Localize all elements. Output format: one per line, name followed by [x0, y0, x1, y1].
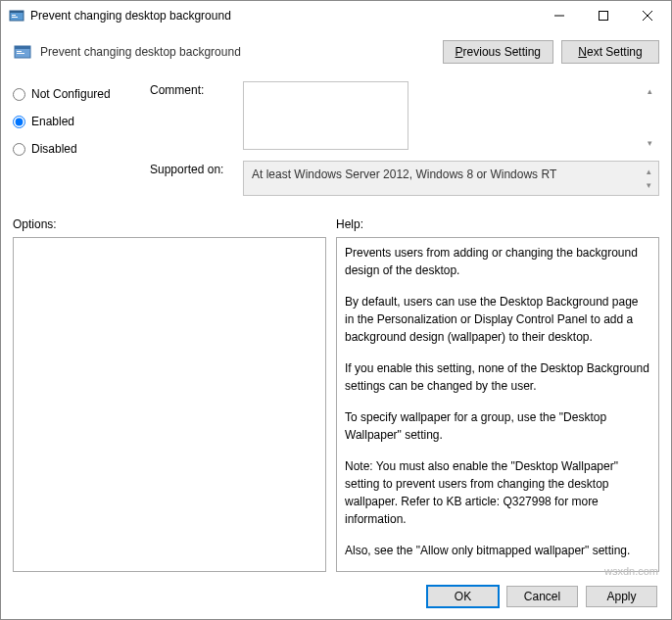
help-box[interactable]: Prevents users from adding or changing t… — [336, 237, 659, 572]
help-paragraph: By default, users can use the Desktop Ba… — [345, 293, 650, 346]
minimize-button[interactable] — [537, 2, 581, 30]
help-paragraph: If you enable this setting, none of the … — [345, 359, 650, 395]
help-paragraph: Note: You must also enable the "Desktop … — [345, 457, 650, 528]
help-paragraph: To specify wallpaper for a group, use th… — [345, 408, 650, 444]
policy-caption: Prevent changing desktop background — [40, 45, 435, 59]
policy-icon — [13, 42, 32, 62]
titlebar: Prevent changing desktop background — [1, 1, 671, 30]
previous-setting-button[interactable]: Previous Setting — [443, 40, 553, 64]
radio-not-configured-input[interactable] — [13, 88, 25, 101]
supported-scroll-down[interactable]: ▾ — [641, 177, 656, 193]
panels: Options: Help: Prevents users from addin… — [1, 208, 671, 576]
radio-enabled[interactable]: Enabled — [13, 115, 150, 128]
window-icon — [9, 8, 24, 24]
comment-input[interactable] — [243, 81, 408, 150]
options-box — [13, 237, 326, 572]
window-title: Prevent changing desktop background — [30, 9, 537, 23]
next-setting-button[interactable]: Next Setting — [561, 40, 659, 64]
radio-not-configured-label: Not Configured — [31, 87, 111, 101]
options-label: Options: — [13, 217, 326, 231]
help-paragraph: Prevents users from adding or changing t… — [345, 244, 650, 279]
radio-not-configured[interactable]: Not Configured — [13, 87, 150, 101]
help-label: Help: — [336, 217, 659, 231]
svg-rect-2 — [12, 15, 16, 16]
radio-disabled[interactable]: Disabled — [13, 142, 150, 156]
footer: OK Cancel Apply — [1, 576, 671, 619]
apply-button[interactable]: Apply — [586, 586, 657, 607]
close-button[interactable] — [625, 2, 669, 30]
svg-rect-1 — [10, 11, 24, 13]
radio-disabled-input[interactable] — [13, 143, 25, 156]
maximize-button[interactable] — [581, 2, 625, 30]
svg-rect-5 — [599, 12, 607, 21]
config-area: Not Configured Enabled Disabled Comment:… — [1, 73, 671, 208]
comment-scroll-down[interactable]: ▾ — [642, 135, 657, 151]
radio-enabled-input[interactable] — [13, 116, 25, 128]
comment-scroll-up[interactable]: ▴ — [642, 83, 657, 99]
toolbar: Prevent changing desktop background Prev… — [1, 30, 671, 73]
svg-rect-10 — [17, 51, 22, 52]
radio-enabled-label: Enabled — [31, 115, 74, 128]
state-radios: Not Configured Enabled Disabled — [13, 81, 150, 204]
svg-rect-9 — [15, 46, 30, 49]
supported-label: Supported on: — [150, 161, 243, 196]
comment-label: Comment: — [150, 81, 243, 153]
svg-rect-3 — [12, 17, 18, 18]
svg-rect-11 — [17, 53, 24, 54]
ok-button[interactable]: OK — [427, 586, 499, 607]
cancel-button[interactable]: Cancel — [506, 586, 578, 607]
supported-value: At least Windows Server 2012, Windows 8 … — [243, 161, 659, 196]
radio-disabled-label: Disabled — [31, 142, 77, 156]
help-paragraph: Also, see the "Allow only bitmapped wall… — [345, 542, 650, 559]
